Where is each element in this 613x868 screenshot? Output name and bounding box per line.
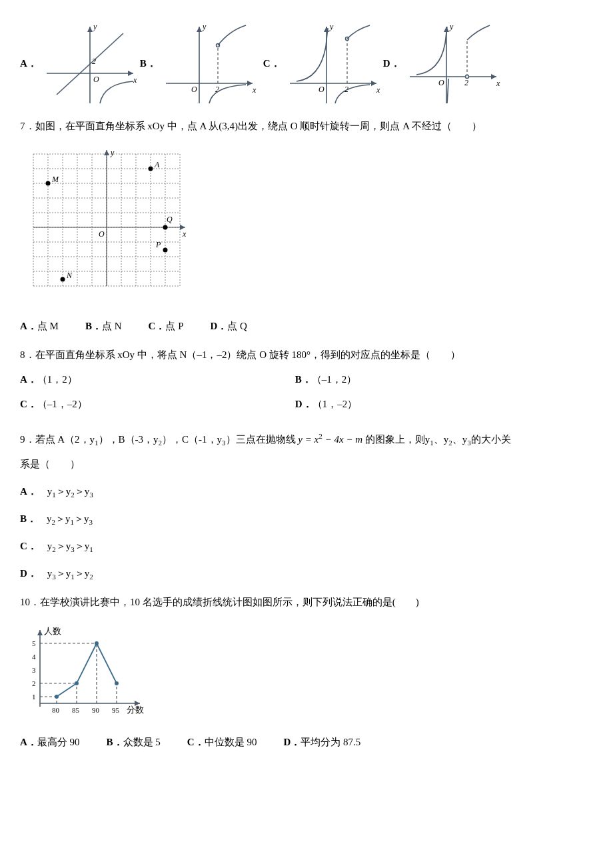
q6-option-row: A． x y O 2 B． x y O 2 C． [20,20,593,107]
svg-text:x: x [376,85,380,95]
svg-text:O: O [318,85,324,94]
svg-marker-26 [491,74,496,79]
q6-graph-d: x y O 2 [403,20,503,107]
q8-opt-d[interactable]: D．（1，–2） [295,395,570,413]
svg-text:M: M [51,175,59,184]
svg-point-66 [46,181,51,186]
svg-point-34 [465,75,468,79]
svg-text:N: N [66,271,73,280]
svg-text:O: O [99,229,105,239]
svg-marker-8 [197,27,202,32]
q9-line2: 系是（ ） [20,455,593,473]
svg-text:4: 4 [32,653,36,661]
q8-opt-b[interactable]: B．（–1，2） [295,371,570,389]
axis-y-label: y [93,22,97,31]
q10-opt-c[interactable]: C．中位数是 90 [187,733,257,751]
svg-text:人数: 人数 [44,626,61,636]
q7-opt-c[interactable]: C．点 P [149,317,184,335]
axis-x-label: x [133,75,137,85]
q9-opt-a[interactable]: A． y1＞y2＞y3 [20,483,593,501]
svg-point-64 [149,167,153,171]
q7-mid: 出发，绕点 O 顺时针旋转一周，则点 A 不经过（ ） [238,121,482,131]
q6-opt-d-label: D． [383,55,400,73]
svg-text:85: 85 [72,706,80,714]
q10-opt-d[interactable]: D．平均分为 87.5 [283,733,360,751]
svg-text:x: x [496,79,500,88]
q6-opt-a-label: A． [20,55,37,73]
q10-options: A．最高分 90 B．众数是 5 C．中位数是 90 D．平均分为 87.5 [20,733,593,751]
svg-text:90: 90 [92,706,100,714]
svg-text:O: O [438,78,444,87]
q7-text: 7．如图，在平面直角坐标系 xOy 中，点 A 从(3,4)出发，绕点 O 顺时… [20,117,593,135]
svg-text:y: y [202,22,207,31]
q7-grid-figure: O x y A M Q P N [20,147,187,301]
q8-opt-c[interactable]: C．（–1，–2） [20,395,295,413]
svg-text:y: y [449,22,454,31]
q7-coord: (3,4) [219,121,238,131]
q9-opt-b[interactable]: B． y2＞y1＞y3 [20,510,593,528]
svg-marker-3 [87,27,93,32]
svg-point-97 [75,681,79,685]
q8-opt-a[interactable]: A．（1，2） [20,371,295,389]
svg-marker-6 [247,81,253,86]
q8-options: A．（1，2） B．（–1，2） C．（–1，–2） D．（1，–2） [20,371,593,420]
q7-options: A．点 M B．点 N C．点 P D．点 Q [20,317,593,335]
svg-marker-77 [37,630,43,635]
svg-marker-16 [371,81,376,86]
svg-text:3: 3 [32,666,36,674]
q6-graph-c: C． [263,55,283,73]
q7-prefix: 7．如图，在平面直角坐标系 xOy 中，点 A 从 [20,121,219,131]
q8-text: 8．在平面直角坐标系 xOy 中，将点 N（–1，–2）绕点 O 旋转 180°… [20,346,593,364]
svg-text:5: 5 [32,639,36,647]
svg-text:x: x [182,229,187,239]
q10-chart: 人数 分数 1 2 3 4 5 80 85 90 95 [20,623,147,717]
svg-text:80: 80 [52,706,60,714]
svg-marker-1 [128,71,133,76]
q7-opt-a[interactable]: A．点 M [20,317,59,335]
q9-opt-c[interactable]: C． y2＞y3＞y1 [20,537,593,555]
svg-text:x: x [252,85,257,95]
svg-text:A: A [154,160,160,169]
svg-text:2: 2 [464,78,468,87]
q10-opt-b[interactable]: B．众数是 5 [107,733,161,751]
q9-opt-d[interactable]: D． y3＞y1＞y2 [20,565,593,583]
svg-text:P: P [155,240,161,249]
svg-point-70 [163,248,168,253]
svg-text:Q: Q [167,215,173,224]
q7-opt-d[interactable]: D．点 Q [210,317,247,335]
axis-o-label: O [93,75,99,84]
q10-text: 10．在学校演讲比赛中，10 名选手的成绩折线统计图如图所示，则下列说法正确的是… [20,593,593,611]
q6-opt-c-label: C． [263,58,281,69]
svg-marker-60 [104,150,109,155]
q9-options: A． y1＞y2＞y3 B． y2＞y1＞y3 C． y2＞y3＞y1 D． y… [20,483,593,583]
svg-text:2: 2 [32,679,36,687]
q6-graph-c-svg: x y O 2 [283,20,383,107]
svg-point-72 [61,277,65,282]
svg-text:O: O [191,85,197,94]
svg-point-68 [163,225,168,230]
svg-text:1: 1 [32,693,36,701]
q9-text: 9．若点 A（2，y1），B（-3，y2），C（-1，y3）三点在抛物线 y =… [20,431,593,449]
svg-text:y: y [110,148,115,157]
svg-point-96 [55,695,59,699]
q10-opt-a[interactable]: A．最高分 90 [20,733,80,751]
q6-opt-b-label: B． [140,55,157,73]
q6-graph-a: x y O 2 [40,20,140,107]
q6-graph-b: x y O 2 [159,20,259,107]
svg-text:分数: 分数 [127,705,144,715]
svg-point-98 [95,641,99,645]
svg-text:y: y [329,22,334,31]
q7-opt-b[interactable]: B．点 N [85,317,122,335]
svg-point-99 [115,681,119,685]
svg-text:95: 95 [112,706,120,714]
svg-marker-18 [324,27,329,32]
